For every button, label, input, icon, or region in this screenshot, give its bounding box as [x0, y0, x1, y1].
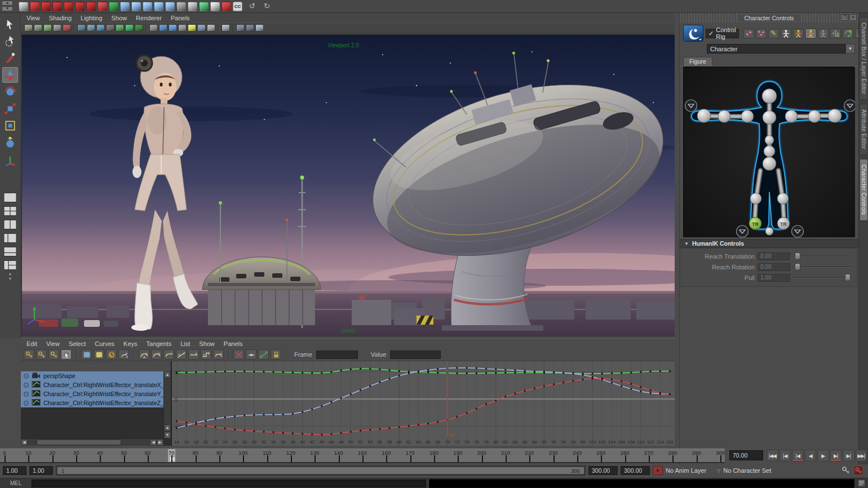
viewport-menu-panels[interactable]: Panels	[171, 15, 190, 21]
xray-icon[interactable]	[236, 24, 245, 32]
layout-four-pane[interactable]	[3, 205, 18, 217]
rig-tool-icon-3[interactable]	[64, 2, 73, 11]
red-arrow-icon[interactable]	[98, 2, 107, 11]
rig-tool-icon-4[interactable]	[75, 2, 85, 11]
two-d-pan-zoom-icon[interactable]	[63, 24, 71, 32]
green-arrow-icon[interactable]	[109, 2, 118, 11]
lasso-select-tool[interactable]	[2, 33, 18, 49]
body-part-mode-icon[interactable]	[793, 29, 804, 38]
zero-rotation-key-icon[interactable]	[843, 29, 853, 38]
camera-bookmark-icon[interactable]	[43, 24, 52, 32]
scroll-thumb[interactable]	[37, 440, 121, 445]
film-gate-icon[interactable]	[87, 24, 95, 32]
break-tangents-icon[interactable]	[233, 349, 244, 360]
humanik-logo-icon[interactable]	[683, 25, 703, 42]
graph-editor-menu-edit[interactable]: Edit	[26, 340, 37, 347]
slider-thumb[interactable]	[795, 263, 800, 270]
param-slider[interactable]	[793, 263, 852, 271]
scale-tool[interactable]	[2, 101, 18, 117]
barrel-pair-icon-3[interactable]	[154, 2, 163, 11]
image-plane-icon[interactable]	[53, 24, 61, 32]
spline-tangents-icon[interactable]	[151, 349, 162, 360]
edit-pose-icon[interactable]: ✎	[768, 29, 779, 38]
graph-plot[interactable]: 100-101416182022242628303234363840424446…	[172, 361, 675, 446]
xray-joints-icon[interactable]	[246, 24, 254, 32]
film-reel-icon[interactable]	[19, 2, 28, 11]
viewport-menu-lighting[interactable]: Lighting	[81, 15, 103, 21]
dock-tab-character-controls[interactable]: Character Controls	[860, 159, 868, 220]
play-forwards-button[interactable]: ▶	[817, 450, 829, 462]
auto-keyframe-icon[interactable]	[854, 466, 863, 475]
safe-title-icon[interactable]	[135, 24, 143, 32]
range-slider[interactable]: 1 300	[56, 465, 586, 476]
selection-mode-icon[interactable]	[805, 29, 816, 38]
graph-editor-menu-select[interactable]: Select	[69, 340, 86, 347]
current-time-field[interactable]: 70.00	[729, 450, 763, 460]
dock-tab-attribute-editor[interactable]: Attribute Editor	[860, 104, 868, 155]
outliner-grip[interactable]: ·······	[21, 361, 171, 371]
play-backwards-button[interactable]: ◀	[805, 450, 817, 462]
graph-editor-curve-view[interactable]: 100-101416182022242628303234363840424446…	[172, 361, 675, 446]
playback-end-field[interactable]: 300.00	[588, 466, 618, 475]
param-slider[interactable]	[793, 252, 852, 260]
viewport-menu-shading[interactable]: Shading	[49, 15, 72, 21]
param-value-field[interactable]: 0.00	[758, 263, 790, 271]
character-set-label[interactable]: No Character Set	[723, 467, 771, 474]
step-forward-frame-button[interactable]: ▶|	[830, 450, 842, 462]
layout-persp-graph[interactable]	[3, 245, 18, 258]
viewport-canvas[interactable]: Viewport 2.0 persp	[21, 34, 674, 336]
crate-red-icon[interactable]	[188, 2, 197, 11]
animation-start-field[interactable]: 1.00	[3, 466, 26, 475]
anim-layer-menu-button[interactable]: ▼	[653, 466, 663, 475]
scroll-left2-icon[interactable]: ◀	[150, 439, 157, 446]
command-input[interactable]	[32, 480, 426, 487]
range-slider-bar[interactable]: 1 300	[57, 467, 584, 474]
shadows-icon[interactable]	[197, 24, 206, 32]
absolute-relative-view-icon[interactable]: 2	[118, 349, 129, 360]
slider-thumb[interactable]	[845, 274, 851, 281]
show-manipulator-tool[interactable]	[2, 152, 18, 167]
smooth-shade-icon[interactable]	[159, 24, 167, 32]
collapse-icon[interactable]: −	[24, 401, 29, 406]
graph-editor-menu-view[interactable]: View	[46, 340, 60, 347]
humanik-controls-header[interactable]: ▼ HumanIK Controls	[680, 239, 858, 248]
playback-start-field[interactable]: 1.00	[29, 466, 53, 475]
float-panel-icon[interactable]: ❐	[841, 14, 848, 21]
zero-translation-key-icon[interactable]	[830, 29, 841, 38]
secondary-mode-icon[interactable]	[818, 29, 829, 38]
param-value-field[interactable]: 1.00	[758, 274, 790, 282]
collapse-icon[interactable]: −	[24, 383, 29, 388]
move-nearest-picked-key-icon[interactable]	[24, 349, 34, 360]
graph-editor-menu-panels[interactable]: Panels	[224, 340, 243, 347]
step-back-key-button[interactable]: |◀	[780, 450, 791, 462]
barrel-pair-icon-2[interactable]	[143, 2, 152, 11]
channel-row[interactable]: −Character_Ctrl:RightWristEffector_trans…	[21, 398, 165, 407]
add-keys-icon[interactable]	[48, 349, 59, 360]
frame-all-icon[interactable]	[106, 349, 117, 360]
isolate-select-icon[interactable]	[222, 24, 230, 32]
clamped-tangents-icon[interactable]	[163, 349, 174, 360]
go-to-start-button[interactable]: |◀◀	[767, 450, 778, 462]
use-all-lights-icon[interactable]	[188, 24, 196, 32]
gate-mask-icon[interactable]	[106, 24, 114, 32]
graph-editor-menu-list[interactable]: List	[180, 340, 190, 347]
camera-lock-icon[interactable]	[34, 24, 42, 32]
viewport-menu-show[interactable]: Show	[112, 15, 127, 21]
barrel-pair-icon-4[interactable]	[165, 2, 175, 11]
red-question-icon[interactable]	[30, 2, 39, 11]
viewport-menu-view[interactable]: View	[26, 15, 40, 21]
soft-modification-tool[interactable]	[2, 135, 18, 150]
graph-editor-menu-tangents[interactable]: Tangents	[147, 340, 172, 347]
script-editor-icon[interactable]	[857, 479, 866, 487]
redo-icon[interactable]: ↻	[262, 2, 272, 11]
left-foot-effector[interactable]: TR	[749, 218, 761, 230]
red-ball-icon[interactable]	[222, 2, 231, 11]
panel-title-bar[interactable]: Character Controls ❐ ✕	[680, 13, 858, 23]
time-slider[interactable]: 7001020304050607080901001101201301401501…	[0, 449, 725, 463]
flat-tangents-icon[interactable]	[188, 349, 199, 360]
full-body-mode-icon[interactable]	[781, 29, 791, 38]
channel-row[interactable]: −Character_Ctrl:RightWristEffector_trans…	[21, 389, 165, 398]
move-tool[interactable]	[2, 67, 18, 83]
layout-two-pane-vertical[interactable]	[3, 218, 18, 230]
field-chart-icon[interactable]	[116, 24, 124, 32]
